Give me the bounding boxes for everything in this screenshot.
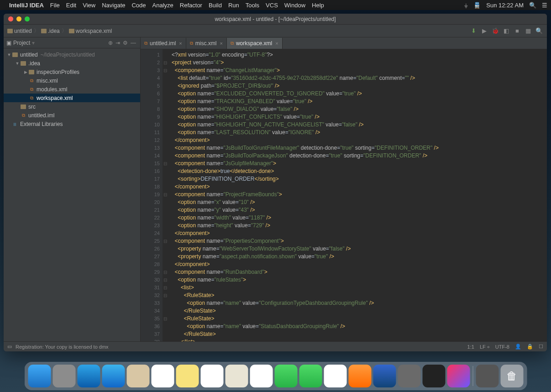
dock-reminders-icon[interactable] — [200, 365, 223, 387]
clock[interactable]: Sun 12:22 AM — [486, 2, 524, 9]
project-tab-icon: ▣ — [6, 40, 11, 46]
hector-icon[interactable]: ☐ — [539, 344, 543, 350]
dock-calendar-icon[interactable] — [151, 365, 174, 387]
tree-item-External-Libraries[interactable]: ⫼External Libraries — [4, 120, 140, 128]
tree-item-src[interactable]: src — [4, 102, 140, 111]
close-tab-icon[interactable]: × — [220, 41, 222, 46]
close-tab-icon[interactable]: × — [179, 41, 182, 46]
dock-appstore-icon[interactable] — [373, 365, 396, 387]
structure-icon[interactable]: ▦ — [524, 27, 532, 35]
breadcrumb-separator: 〉 — [62, 27, 67, 35]
search-icon[interactable]: 🔍 — [535, 27, 543, 35]
dock-notes-icon[interactable] — [176, 365, 199, 387]
breadcrumb-item[interactable]: .idea — [41, 28, 60, 34]
menu-code[interactable]: Code — [131, 2, 146, 9]
gutter: 1234567891011121314151617181920212223242… — [141, 49, 163, 341]
menu-navigate[interactable]: Navigate — [102, 2, 125, 9]
breadcrumb-separator: 〉 — [34, 27, 39, 35]
tree-item--idea[interactable]: ▼.idea — [4, 59, 140, 68]
run-icon[interactable]: ▶ — [480, 27, 488, 35]
spotlight-icon[interactable]: 🔍 — [529, 2, 536, 9]
window-title: workspace.xml - untitled - [~/IdeaProjec… — [4, 16, 547, 22]
tree-item-untitled[interactable]: ▼untitled~/IdeaProjects/untitled — [4, 50, 140, 59]
dock-messages-icon[interactable] — [274, 365, 297, 387]
macos-menubar: IntelliJ IDEA FileEditViewNavigateCodeAn… — [0, 0, 551, 10]
editor[interactable]: 1234567891011121314151617181920212223242… — [141, 49, 547, 341]
close-tab-icon[interactable]: × — [275, 41, 278, 46]
menu-run[interactable]: Run — [228, 2, 239, 9]
menu-refactor[interactable]: Refactor — [180, 2, 202, 9]
tree-item-inspectionProfiles[interactable]: ▶inspectionProfiles — [4, 68, 140, 76]
dock: 🗑 — [24, 362, 527, 390]
breadcrumb-item[interactable]: workspace.xml — [69, 28, 112, 34]
project-tool-window: ▣ Project ▾ ⊕ ⇥ ⚙ — ▼untitled~/IdeaProje… — [4, 37, 141, 341]
tree-item-misc-xml[interactable]: ⧉misc.xml — [4, 76, 140, 85]
dock-intellij-icon[interactable] — [447, 365, 470, 387]
wifi-icon[interactable]: ⏚ — [464, 2, 468, 9]
cursor-position[interactable]: 1:1 — [467, 344, 474, 350]
scroll-to-icon[interactable]: ⊕ — [108, 40, 113, 46]
dock-downloads-icon[interactable] — [476, 365, 499, 387]
statusbar: ▭ Registration: Your copy is licensed to… — [4, 341, 547, 351]
status-message: Registration: Your copy is licensed to d… — [16, 344, 109, 350]
dock-finder-icon[interactable] — [28, 365, 51, 387]
stop-icon[interactable]: ■ — [513, 27, 521, 35]
project-panel-label[interactable]: Project — [13, 40, 30, 46]
dock-maps-icon[interactable] — [225, 365, 248, 387]
dock-itunes-icon[interactable] — [324, 365, 346, 387]
navbar: untitled〉.idea〉workspace.xml ⬇ ▶ 🐞 ◧ ■ ▦… — [4, 25, 547, 37]
dock-preferences-icon[interactable] — [398, 365, 420, 387]
tree-item-workspace-xml[interactable]: ⧉workspace.xml — [4, 94, 140, 102]
project-tree[interactable]: ▼untitled~/IdeaProjects/untitled▼.idea▶i… — [4, 48, 140, 341]
menu-vcs[interactable]: VCS — [266, 2, 278, 9]
menu-build[interactable]: Build — [209, 2, 222, 9]
tab-untitled-iml[interactable]: ⧉untitled.iml× — [141, 38, 186, 49]
breadcrumb-item[interactable]: untitled — [7, 28, 32, 34]
dock-launchpad-icon[interactable] — [52, 365, 75, 387]
lock-icon[interactable]: 🔒 — [527, 344, 533, 350]
dock-photos-icon[interactable] — [250, 365, 273, 387]
dock-facetime-icon[interactable] — [299, 365, 322, 387]
menu-window[interactable]: Window — [284, 2, 305, 9]
tab-workspace-xml[interactable]: ⧉workspace.xml× — [227, 38, 283, 49]
dock-mail-icon[interactable] — [102, 365, 125, 387]
fold-column[interactable]: ⊟⊟⊟⊟⊟⊟⊟⊟⊟⊟ — [163, 49, 168, 341]
tab-misc-xml[interactable]: ⧉misc.xml× — [186, 38, 227, 49]
dock-safari-icon[interactable] — [77, 365, 100, 387]
dock-terminal-icon[interactable] — [422, 365, 445, 387]
debug-icon[interactable]: 🐞 — [491, 27, 499, 35]
menu-help[interactable]: Help — [312, 2, 324, 9]
hide-icon[interactable]: — — [131, 40, 136, 46]
menu-edit[interactable]: Edit — [66, 2, 76, 9]
dock-trash-icon[interactable]: 🗑 — [500, 365, 523, 387]
tree-item-untitled-iml[interactable]: ⧉untitled.iml — [4, 111, 140, 120]
collapse-icon[interactable]: ⇥ — [115, 40, 120, 46]
coverage-icon[interactable]: ◧ — [502, 27, 510, 35]
ide-window: workspace.xml - untitled - [~/IdeaProjec… — [4, 14, 547, 351]
dock-contacts-icon[interactable] — [126, 365, 149, 387]
menu-analyze[interactable]: Analyze — [152, 2, 173, 9]
breadcrumb[interactable]: untitled〉.idea〉workspace.xml — [7, 27, 112, 35]
app-name[interactable]: IntelliJ IDEA — [9, 2, 44, 9]
inspections-icon[interactable]: 👤 — [515, 344, 521, 350]
menu-file[interactable]: File — [50, 2, 60, 9]
code-area[interactable]: <?xml version="1.0" encoding="UTF-8"?> <… — [168, 49, 547, 341]
event-log-icon[interactable]: ▭ — [7, 344, 12, 350]
tree-item-modules-xml[interactable]: ⧉modules.xml — [4, 85, 140, 94]
editor-tabs: ⧉untitled.iml×⧉misc.xml×⧉workspace.xml× — [141, 37, 547, 49]
menu-tools[interactable]: Tools — [246, 2, 259, 9]
dropdown-icon[interactable]: ▾ — [32, 40, 35, 46]
dock-ibooks-icon[interactable] — [348, 365, 371, 387]
titlebar: workspace.xml - untitled - [~/IdeaProjec… — [4, 14, 547, 25]
line-separator[interactable]: LF ÷ — [480, 344, 490, 350]
file-encoding[interactable]: UTF-8 — [495, 344, 509, 350]
build-icon[interactable]: ⬇ — [469, 27, 478, 35]
gear-icon[interactable]: ⚙ — [123, 40, 128, 46]
train-icon[interactable]: 🚆 — [473, 2, 481, 9]
menu-view[interactable]: View — [83, 2, 95, 9]
dock-separator — [472, 366, 473, 386]
menu-icon[interactable]: ☰ — [542, 2, 547, 9]
